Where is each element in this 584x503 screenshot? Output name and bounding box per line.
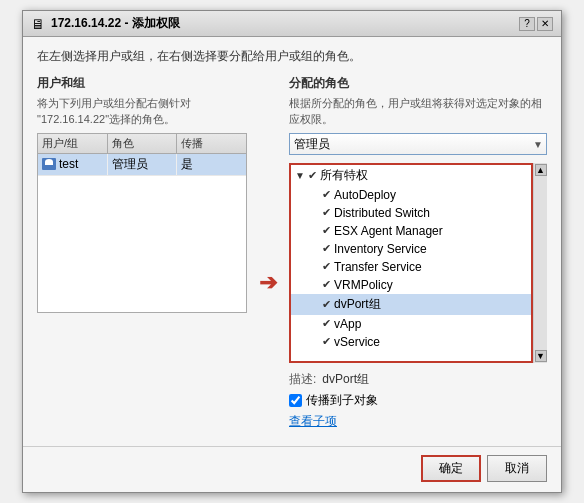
tree-item-vservice[interactable]: ✔ vService (291, 333, 531, 351)
user-group-table: 用户/组 角色 传播 test 管理员 是 (37, 133, 247, 313)
bottom-section: 描述: dvPort组 传播到子对象 查看子项 (289, 371, 547, 430)
button-row: 确定 取消 (23, 446, 561, 492)
role-dropdown-wrapper: 管理员 只读 无权限 ▼ (289, 133, 547, 155)
left-panel: 用户和组 将为下列用户或组分配右侧针对"172.16.14.22"选择的角色。 … (37, 75, 247, 430)
cell-propagate: 是 (177, 154, 246, 175)
role-dropdown[interactable]: 管理员 只读 无权限 (289, 133, 547, 155)
help-button[interactable]: ? (519, 17, 535, 31)
role-dropdown-container: 管理员 只读 无权限 ▼ (289, 133, 547, 155)
propagate-row: 传播到子对象 (289, 392, 547, 409)
scroll-down-btn[interactable]: ▼ (535, 350, 547, 362)
right-panel-desc: 根据所分配的角色，用户或组将获得对选定对象的相应权限。 (289, 96, 547, 127)
tree-label: vService (334, 335, 380, 349)
tree-label: VRMPolicy (334, 278, 393, 292)
table-header: 用户/组 角色 传播 (38, 134, 246, 154)
tree-item-dvport[interactable]: ✔ dvPort组 (291, 294, 531, 315)
dialog-window: 🖥 172.16.14.22 - 添加权限 ? ✕ 在左侧选择用户或组，在右侧选… (22, 10, 562, 493)
check-icon: ✔ (322, 278, 331, 291)
two-column-layout: 用户和组 将为下列用户或组分配右侧针对"172.16.14.22"选择的角色。 … (37, 75, 547, 430)
propagate-label: 传播到子对象 (306, 392, 378, 409)
tree-item-vrmpolicy[interactable]: ✔ VRMPolicy (291, 276, 531, 294)
check-icon: ✔ (322, 298, 331, 311)
description-row: 描述: dvPort组 (289, 371, 547, 388)
tree-item-inventory-service[interactable]: ✔ Inventory Service (291, 240, 531, 258)
privilege-tree-wrapper: ▼ ✔ 所有特权 ✔ AutoDeploy ✔ Distribute (289, 163, 547, 363)
right-arrow-icon: ➔ (259, 270, 277, 296)
arrow-indicator: ➔ (259, 75, 277, 430)
window-title: 172.16.14.22 - 添加权限 (51, 15, 180, 32)
check-icon: ✔ (322, 260, 331, 273)
table-row[interactable]: test 管理员 是 (38, 154, 246, 176)
dialog-body: 在左侧选择用户或组，在右侧选择要分配给用户或组的角色。 用户和组 将为下列用户或… (23, 37, 561, 440)
check-icon: ✔ (322, 317, 331, 330)
tree-item-vapp[interactable]: ✔ vApp (291, 315, 531, 333)
cell-role: 管理员 (108, 154, 178, 175)
col-role: 角色 (108, 134, 178, 153)
tree-label: Inventory Service (334, 242, 427, 256)
tree-label: dvPort组 (334, 296, 381, 313)
desc-label: 描述: (289, 371, 316, 388)
tree-item-transfer-service[interactable]: ✔ Transfer Service (291, 258, 531, 276)
left-panel-title: 用户和组 (37, 75, 247, 92)
col-propagate: 传播 (177, 134, 246, 153)
user-name-text: test (59, 157, 78, 171)
scroll-up-btn[interactable]: ▲ (535, 164, 547, 176)
close-button[interactable]: ✕ (537, 17, 553, 31)
check-icon: ✔ (322, 242, 331, 255)
tree-item-autodeploy[interactable]: ✔ AutoDeploy (291, 186, 531, 204)
scrollbar[interactable]: ▲ ▼ (533, 163, 547, 363)
window-icon: 🖥 (31, 16, 45, 32)
user-icon (42, 158, 56, 170)
confirm-button[interactable]: 确定 (421, 455, 481, 482)
check-icon: ✔ (322, 224, 331, 237)
col-user-group: 用户/组 (38, 134, 108, 153)
tree-item-distributed-switch[interactable]: ✔ Distributed Switch (291, 204, 531, 222)
privilege-tree[interactable]: ▼ ✔ 所有特权 ✔ AutoDeploy ✔ Distribute (289, 163, 533, 363)
tree-item-esx-agent[interactable]: ✔ ESX Agent Manager (291, 222, 531, 240)
tree-label: AutoDeploy (334, 188, 396, 202)
check-icon: ✔ (308, 169, 317, 182)
check-icon: ✔ (322, 335, 331, 348)
check-icon: ✔ (322, 206, 331, 219)
tree-label: vApp (334, 317, 361, 331)
right-panel: 分配的角色 根据所分配的角色，用户或组将获得对选定对象的相应权限。 管理员 只读… (289, 75, 547, 430)
left-panel-desc: 将为下列用户或组分配右侧针对"172.16.14.22"选择的角色。 (37, 96, 247, 127)
title-bar-buttons: ? ✕ (519, 17, 553, 31)
right-buttons: 确定 取消 (421, 455, 547, 482)
tree-item-all-privileges[interactable]: ▼ ✔ 所有特权 (291, 165, 531, 186)
right-panel-title: 分配的角色 (289, 75, 547, 92)
desc-value: dvPort组 (322, 371, 369, 388)
cancel-button[interactable]: 取消 (487, 455, 547, 482)
expand-icon: ▼ (295, 170, 305, 181)
propagate-checkbox[interactable] (289, 394, 302, 407)
title-bar-left: 🖥 172.16.14.22 - 添加权限 (31, 15, 180, 32)
title-bar: 🖥 172.16.14.22 - 添加权限 ? ✕ (23, 11, 561, 37)
tree-label: Distributed Switch (334, 206, 430, 220)
tree-label: ESX Agent Manager (334, 224, 443, 238)
dialog-description: 在左侧选择用户或组，在右侧选择要分配给用户或组的角色。 (37, 47, 547, 65)
tree-label: 所有特权 (320, 167, 368, 184)
check-icon: ✔ (322, 188, 331, 201)
cell-user-name: test (38, 154, 108, 175)
tree-label: Transfer Service (334, 260, 422, 274)
view-children-link[interactable]: 查看子项 (289, 414, 337, 428)
